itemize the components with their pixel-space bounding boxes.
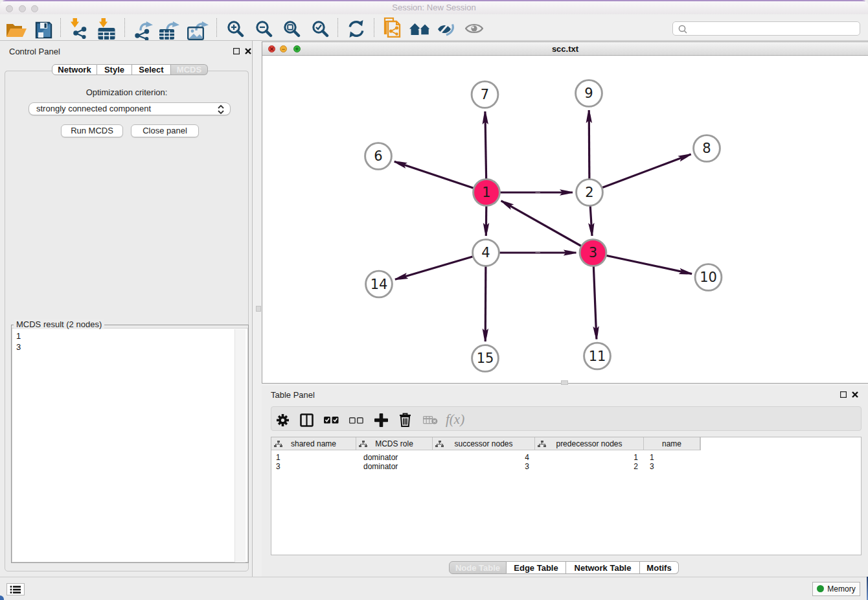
svg-text:15: 15: [477, 351, 494, 366]
svg-text:4: 4: [481, 245, 490, 260]
svg-text:11: 11: [589, 349, 606, 364]
svg-text:9: 9: [584, 86, 593, 101]
svg-text:1: 1: [482, 185, 490, 200]
svg-text:3: 3: [589, 245, 597, 260]
svg-text:7: 7: [481, 87, 489, 102]
svg-text:8: 8: [702, 141, 711, 156]
svg-text:6: 6: [374, 148, 382, 164]
svg-text:10: 10: [700, 270, 717, 285]
svg-text:2: 2: [585, 185, 593, 200]
svg-text:14: 14: [371, 277, 388, 292]
